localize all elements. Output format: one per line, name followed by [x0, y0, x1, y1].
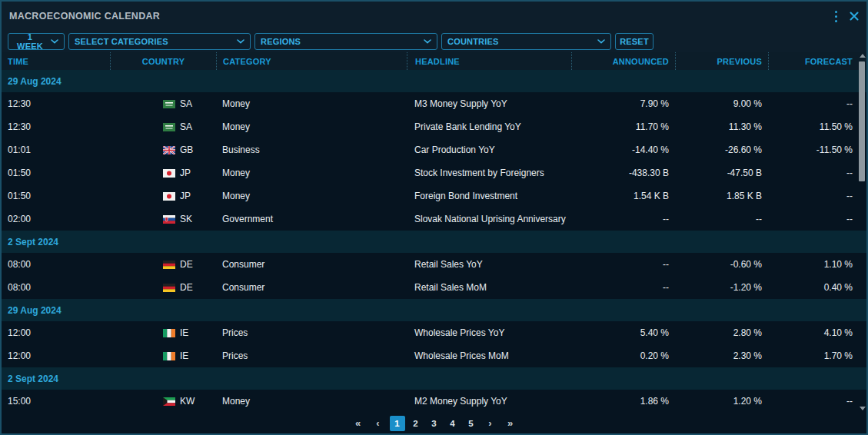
table-row[interactable]: 15:00 KW Money M2 Money Supply YoY 1.86 … — [2, 390, 866, 413]
cell-time: 01:50 — [2, 168, 110, 178]
column-header-previous[interactable]: PREVIOUS — [675, 52, 768, 70]
countries-dropdown-value: COUNTRIES — [447, 37, 499, 46]
countries-dropdown[interactable]: COUNTRIES — [441, 33, 611, 50]
cell-time: 02:00 — [2, 214, 110, 224]
filter-bar: 1 WEEK SELECT CATEGORIES REGIONS COUNTRI… — [2, 31, 866, 52]
cell-category: Money — [216, 98, 407, 109]
pagination-next-button[interactable]: › — [482, 416, 499, 431]
cell-time: 12:00 — [2, 350, 110, 361]
cell-country: JP — [110, 191, 216, 201]
cell-country: GB — [110, 144, 216, 155]
country-flag-icon — [163, 261, 175, 269]
cell-forecast: 4.10 % — [768, 327, 866, 338]
table-header: TIME COUNTRY CATEGORY HEADLINE ANNOUNCED… — [2, 52, 866, 70]
country-code: KW — [180, 396, 195, 407]
table-row[interactable]: 01:01 GB Business Car Production YoY -14… — [2, 138, 866, 161]
pagination-last-button[interactable]: » — [502, 416, 519, 431]
cell-category: Money — [216, 191, 407, 201]
page-button-4[interactable]: 4 — [445, 416, 461, 431]
country-code: JP — [180, 191, 191, 201]
cell-headline: Wholesale Prices YoY — [407, 327, 571, 338]
cell-announced: -- — [571, 259, 675, 270]
cell-previous: -- — [675, 214, 768, 224]
period-dropdown[interactable]: 1 WEEK — [8, 33, 65, 50]
cell-previous: 11.30 % — [675, 121, 768, 132]
date-group-label: 29 Aug 2024 — [8, 76, 62, 87]
cell-previous: -0.60 % — [675, 259, 768, 270]
close-icon[interactable] — [850, 12, 859, 21]
cell-announced: 1.54 K B — [571, 191, 675, 201]
cell-previous: -26.60 % — [675, 144, 768, 155]
page-button-1[interactable]: 1 — [390, 416, 405, 431]
column-header-time[interactable]: TIME — [2, 52, 110, 70]
country-flag-icon — [163, 215, 175, 224]
table-row[interactable]: 01:50 JP Money Foreign Bond Investment 1… — [2, 184, 866, 208]
kebab-menu-icon[interactable] — [833, 9, 839, 24]
page-button-3[interactable]: 3 — [427, 416, 442, 431]
column-header-forecast[interactable]: FORECAST — [768, 52, 866, 70]
cell-time: 12:30 — [2, 121, 110, 132]
cell-headline: Retail Sales YoY — [407, 259, 571, 270]
cell-headline: M2 Money Supply YoY — [407, 396, 571, 407]
cell-headline: Stock Investment by Foreigners — [407, 168, 571, 178]
scrollbar-thumb[interactable] — [859, 61, 865, 181]
cell-time: 15:00 — [2, 396, 110, 407]
table-row[interactable]: 12:00 IE Prices Wholesale Prices MoM 0.2… — [2, 344, 866, 367]
date-group-label: 2 Sept 2024 — [8, 374, 58, 384]
cell-forecast: 11.50 % — [768, 121, 866, 132]
table-row[interactable]: 02:00 SK Government Slovak National Upri… — [2, 208, 866, 231]
vertical-scrollbar[interactable] — [858, 51, 866, 413]
date-group-row: 29 Aug 2024 — [2, 299, 866, 321]
title-bar: MACROECONOMIC CALENDAR — [2, 2, 866, 31]
cell-time: 08:00 — [2, 259, 110, 270]
column-header-country[interactable]: COUNTRY — [110, 52, 216, 70]
titlebar-actions — [833, 9, 859, 24]
cell-forecast: -- — [768, 168, 866, 178]
page-button-2[interactable]: 2 — [408, 416, 424, 431]
regions-dropdown[interactable]: REGIONS — [254, 33, 437, 50]
pagination-first-button[interactable]: « — [350, 416, 367, 431]
table-row[interactable]: 08:00 DE Consumer Retail Sales YoY -- -0… — [2, 253, 866, 276]
table-row[interactable]: 12:30 SA Money Private Bank Lending YoY … — [2, 115, 866, 138]
cell-headline: Slovak National Uprising Anniversary — [407, 214, 571, 224]
page-button-5[interactable]: 5 — [464, 416, 479, 431]
table-row[interactable]: 12:00 IE Prices Wholesale Prices YoY 5.4… — [2, 321, 866, 344]
pagination: « ‹ 12345 › » — [2, 413, 866, 433]
country-flag-icon — [163, 329, 175, 337]
cell-announced: 11.70 % — [571, 121, 675, 132]
cell-previous: -47.50 B — [675, 168, 768, 178]
chevron-down-icon — [51, 39, 58, 44]
scroll-up-icon[interactable] — [860, 54, 866, 58]
cell-category: Money — [216, 168, 407, 178]
table-row[interactable]: 12:30 SA Money M3 Money Supply YoY 7.90 … — [2, 92, 866, 115]
chevron-down-icon — [424, 39, 431, 44]
cell-announced: -- — [571, 282, 675, 293]
country-flag-icon — [163, 397, 175, 406]
cell-country: DE — [110, 259, 216, 270]
pagination-prev-button[interactable]: ‹ — [370, 416, 387, 431]
cell-forecast: -11.50 % — [768, 144, 866, 155]
country-flag-icon — [163, 123, 175, 131]
cell-forecast: -- — [768, 191, 866, 201]
cell-country: SK — [110, 214, 216, 224]
reset-button[interactable]: RESET — [615, 33, 653, 50]
date-group-label: 29 Aug 2024 — [8, 305, 62, 316]
country-code: SK — [180, 214, 192, 224]
cell-time: 01:01 — [2, 144, 110, 155]
column-header-category[interactable]: CATEGORY — [216, 52, 407, 70]
cell-announced: 7.90 % — [571, 98, 675, 109]
categories-dropdown[interactable]: SELECT CATEGORIES — [68, 33, 251, 50]
cell-announced: -438.30 B — [571, 168, 675, 178]
column-header-announced[interactable]: ANNOUNCED — [571, 52, 675, 70]
table-row[interactable]: 01:50 JP Money Stock Investment by Forei… — [2, 161, 866, 184]
cell-category: Consumer — [216, 259, 407, 270]
table-row[interactable]: 08:00 DE Consumer Retail Sales MoM -- -1… — [2, 276, 866, 299]
scroll-down-icon[interactable] — [860, 407, 866, 410]
cell-headline: Wholesale Prices MoM — [407, 350, 571, 361]
column-header-headline[interactable]: HEADLINE — [407, 52, 571, 70]
cell-headline: M3 Money Supply YoY — [407, 98, 571, 109]
cell-category: Prices — [216, 350, 407, 361]
cell-announced: 0.20 % — [571, 350, 675, 361]
country-flag-icon — [163, 169, 175, 178]
cell-category: Prices — [216, 327, 407, 338]
